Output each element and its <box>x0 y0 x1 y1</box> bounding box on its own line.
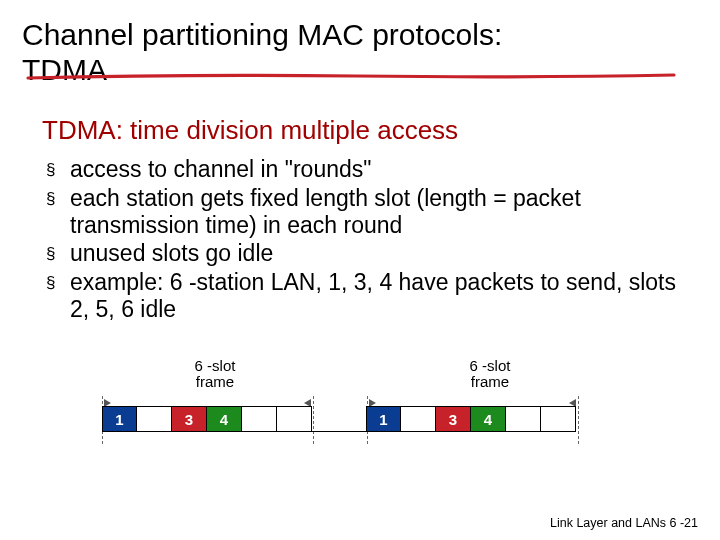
slot-idle <box>401 406 436 432</box>
timeline: 1 3 4 1 3 4 <box>102 406 576 436</box>
slot-active: 4 <box>207 406 242 432</box>
frame-label-2: 6 -slotframe <box>460 358 520 391</box>
slot-idle <box>541 406 576 432</box>
list-item: § each station gets fixed length slot (l… <box>46 185 698 239</box>
slot-number: 3 <box>436 411 470 428</box>
title-underline <box>26 73 676 78</box>
slot-active: 1 <box>102 406 137 432</box>
title-line-1: Channel partitioning MAC protocols: <box>22 18 502 51</box>
slot-active: 4 <box>471 406 506 432</box>
tdma-diagram: 6 -slotframe 6 -slotframe 1 3 4 1 3 4 <box>102 358 642 468</box>
slide-footer: Link Layer and LANs 6 -21 <box>550 516 698 530</box>
bullet-list: § access to channel in "rounds" § each s… <box>46 156 698 324</box>
slot-idle <box>506 406 541 432</box>
list-item: § unused slots go idle <box>46 240 698 268</box>
list-item: § example: 6 -station LAN, 1, 3, 4 have … <box>46 269 698 323</box>
slot-number: 1 <box>103 411 136 428</box>
bullet-icon: § <box>46 240 70 268</box>
slot-number: 4 <box>471 411 505 428</box>
bullet-text: each station gets fixed length slot (len… <box>70 185 698 239</box>
subtitle: TDMA: time division multiple access <box>42 115 698 146</box>
bullet-text: example: 6 -station LAN, 1, 3, 4 have pa… <box>70 269 698 323</box>
slot-number: 4 <box>207 411 241 428</box>
bullet-text: unused slots go idle <box>70 240 698 267</box>
slot-idle <box>242 406 277 432</box>
bullet-text: access to channel in "rounds" <box>70 156 698 183</box>
slot-number: 3 <box>172 411 206 428</box>
slot-number: 1 <box>367 411 400 428</box>
slot-active: 3 <box>436 406 471 432</box>
slot-idle <box>137 406 172 432</box>
bullet-icon: § <box>46 156 70 184</box>
bullet-icon: § <box>46 269 70 297</box>
slot-active: 3 <box>172 406 207 432</box>
slot-idle <box>277 406 312 432</box>
list-item: § access to channel in "rounds" <box>46 156 698 184</box>
bullet-icon: § <box>46 185 70 213</box>
frame-label-1: 6 -slotframe <box>185 358 245 391</box>
slot-active: 1 <box>366 406 401 432</box>
frame-tick <box>578 396 579 444</box>
frame-gap <box>312 406 366 432</box>
